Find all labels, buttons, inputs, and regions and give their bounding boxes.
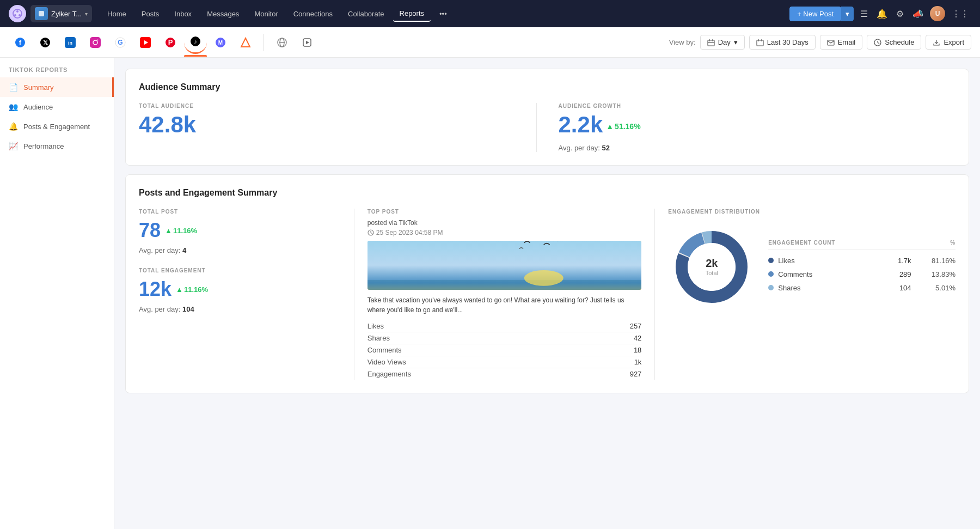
main-layout: TIKTOK REPORTS 📄 Summary 👥 Audience 🔔 Po… (0, 58, 980, 529)
nav-posts[interactable]: Posts (135, 7, 166, 21)
top-post-image[interactable] (367, 241, 642, 290)
total-post-growth: ▲ 11.16% (165, 227, 197, 235)
pinterest-tab[interactable]: P (159, 31, 182, 54)
viewby-section: View by: Day ▾ Last 30 Days Email Schedu… (669, 35, 971, 50)
tiktok-tab[interactable]: ♪ (184, 31, 207, 54)
comments-legend-count: 289 (867, 270, 911, 278)
facebook-tab[interactable]: f (9, 31, 32, 54)
nav-connections[interactable]: Connections (287, 7, 339, 21)
new-post-dropdown-button[interactable]: ▾ (841, 7, 854, 21)
youtube-tab[interactable] (134, 31, 157, 54)
export-button[interactable]: Export (926, 35, 971, 50)
video-views-label: Video Views (367, 358, 406, 366)
user-avatar[interactable]: U (930, 6, 945, 21)
avg-per-day-engagement: Avg. per day: 104 (139, 305, 341, 313)
engagement-up-arrow-icon: ▲ (176, 285, 183, 294)
svg-rect-30 (708, 40, 714, 46)
engagement-content: 2k Total ENGAGEMENT COUNT % (668, 223, 955, 311)
nav-more[interactable]: ••• (433, 7, 454, 21)
custom-tab-2[interactable] (296, 31, 318, 54)
settings-gear-icon[interactable]: ⚙ (894, 7, 906, 21)
instagram-tab[interactable] (84, 31, 107, 54)
svg-point-1 (16, 10, 19, 13)
legend-row-shares: Shares 104 5.01% (768, 281, 955, 295)
sidebar-item-performance[interactable]: 📈 Performance (0, 136, 114, 156)
schedule-button[interactable]: Schedule (867, 35, 921, 50)
nav-actions: + New Post ▾ ☰ 🔔 ⚙ 📣 U ⋮⋮ (789, 6, 971, 21)
audience-growth-row: 2.2k ▲ 51.16% (559, 113, 934, 139)
twitter-tab[interactable]: 𝕏 (34, 31, 57, 54)
notification-bell-icon[interactable]: 🔔 (874, 7, 890, 21)
sidebar-label-performance: Performance (23, 142, 64, 150)
svg-point-52 (688, 243, 736, 291)
brand-selector[interactable]: Zylker T... ▾ (30, 5, 92, 22)
audience-growth-badge: ▲ 51.16% (606, 122, 640, 131)
total-post-label: TOTAL POST (139, 209, 341, 215)
likes-label: Likes (367, 322, 384, 330)
main-content: Audience Summary TOTAL AUDIENCE 42.8k AU… (114, 58, 980, 529)
date-range-button[interactable]: Last 30 Days (749, 35, 816, 50)
mastodon-tab[interactable]: M (209, 31, 232, 54)
total-engagement-growth: ▲ 11.16% (176, 285, 208, 294)
brand-icon (35, 7, 48, 20)
email-button[interactable]: Email (820, 35, 863, 50)
grid-apps-icon[interactable]: ⋮⋮ (950, 7, 971, 21)
svg-rect-34 (757, 40, 763, 46)
export-label: Export (944, 38, 964, 46)
nav-reports[interactable]: Reports (393, 6, 431, 22)
posts-engagement-card: Posts and Engagement Summary TOTAL POST … (125, 174, 969, 393)
ga-tab[interactable] (234, 31, 257, 54)
total-post-value-row: 78 ▲ 11.16% (139, 219, 341, 242)
svg-line-44 (371, 233, 372, 234)
total-engagement-value-row: 12k ▲ 11.16% (139, 278, 341, 301)
social-platform-bar: f 𝕏 in G P ♪ M View by: Day ▾ (0, 27, 980, 58)
total-audience-value: 42.8k (139, 113, 514, 136)
shares-value: 42 (634, 334, 641, 342)
comments-dot (768, 271, 774, 277)
app-logo (9, 5, 26, 22)
new-post-button[interactable]: + New Post (789, 7, 841, 21)
day-dropdown[interactable]: Day ▾ (700, 35, 745, 50)
comments-value: 18 (634, 346, 641, 354)
audience-growth-pct: 51.16% (615, 122, 640, 131)
svg-line-40 (878, 42, 879, 44)
top-post-time-value: 25 Sep 2023 04:58 PM (376, 229, 443, 236)
day-chevron-icon: ▾ (734, 38, 738, 46)
total-post-value: 78 (139, 219, 161, 242)
sidebar-item-audience[interactable]: 👥 Audience (0, 97, 114, 117)
google-tab[interactable]: G (109, 31, 132, 54)
legend-pct-header: % (893, 240, 955, 246)
post-up-arrow-icon: ▲ (165, 227, 172, 235)
svg-text:in: in (68, 40, 72, 46)
up-arrow-icon: ▲ (606, 122, 614, 131)
avg-per-day-audience: Avg. per day: 52 (559, 144, 934, 152)
avg-eng-value: 104 (182, 305, 194, 313)
svg-marker-29 (306, 41, 309, 44)
megaphone-icon[interactable]: 📣 (910, 7, 926, 21)
svg-text:M: M (218, 40, 223, 46)
svg-rect-11 (90, 37, 101, 48)
nav-collaborate[interactable]: Collaborate (341, 7, 391, 21)
svg-text:f: f (19, 39, 22, 47)
nav-monitor[interactable]: Monitor (248, 7, 284, 21)
posts-stats-col: TOTAL POST 78 ▲ 11.16% Avg. per day: 4 (139, 209, 354, 380)
nav-messages[interactable]: Messages (200, 7, 246, 21)
svg-point-47 (524, 270, 564, 286)
nav-inbox[interactable]: Inbox (168, 7, 198, 21)
linkedin-tab[interactable]: in (59, 31, 82, 54)
total-audience-metric: TOTAL AUDIENCE 42.8k (139, 103, 536, 152)
top-post-via: posted via TikTok (367, 219, 642, 227)
audience-icon: 👥 (9, 102, 18, 111)
list-icon[interactable]: ☰ (858, 7, 870, 21)
custom-tab-1[interactable] (271, 31, 293, 54)
svg-point-2 (14, 14, 16, 16)
likes-legend-pct: 81.16% (911, 257, 955, 265)
sidebar-label-posts-engagement: Posts & Engagement (23, 123, 90, 131)
nav-home[interactable]: Home (101, 7, 133, 21)
sidebar-item-summary[interactable]: 📄 Summary (0, 77, 114, 97)
sidebar-item-posts-engagement[interactable]: 🔔 Posts & Engagement (0, 117, 114, 136)
comments-legend-pct: 13.83% (911, 270, 955, 278)
video-views-value: 1k (634, 358, 642, 366)
total-post-growth-pct: 11.16% (173, 227, 197, 235)
audience-summary-card: Audience Summary TOTAL AUDIENCE 42.8k AU… (125, 69, 969, 166)
